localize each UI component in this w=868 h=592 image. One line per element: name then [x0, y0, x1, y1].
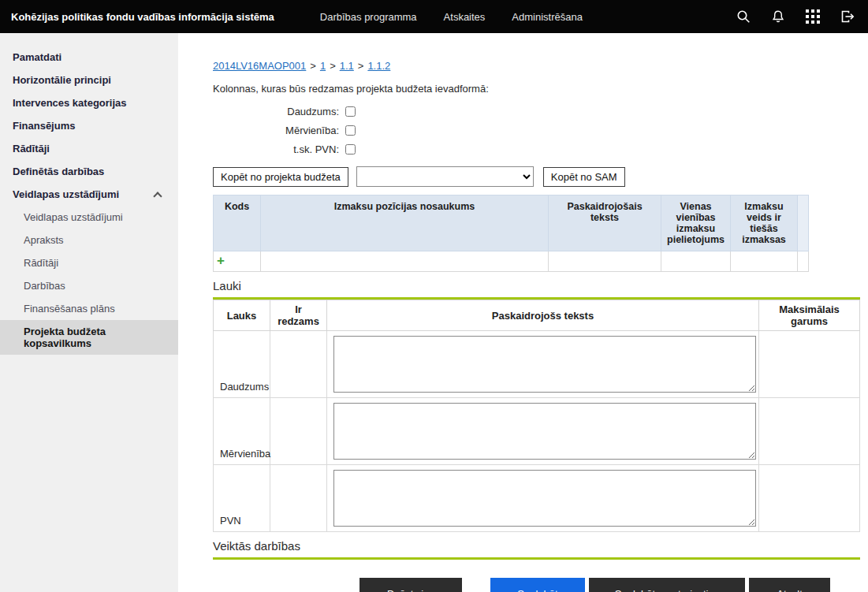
nav-atskaites[interactable]: Atskaites: [444, 11, 486, 23]
sidebar-subitem-finansesanas-plans[interactable]: Finansēšanas plāns: [0, 297, 178, 320]
sidebar-item-intervences-kategorijas[interactable]: Intervences kategorijas: [0, 91, 178, 114]
copy-source-select[interactable]: [356, 166, 534, 187]
breadcrumb-link-1-1[interactable]: 1.1: [340, 60, 354, 72]
field-label: PVN: [214, 465, 270, 532]
sidebar-item-label: Pamatdati: [13, 51, 61, 63]
sidebar-item-label: Finansējums: [13, 120, 75, 132]
budget-positions-table: Kods Izmaksu pozīcijas nosaukums Paskaid…: [213, 195, 809, 272]
budget-add-cell: +: [214, 251, 261, 272]
sidebar-subitem-projekta-budzeta-kopsavilkums[interactable]: Projekta budžeta kopsavilkums: [0, 320, 178, 355]
app-title: Kohēzijas politikas fondu vadības inform…: [0, 11, 285, 23]
fields-col-maksimalais-garums: Maksimālais garums: [759, 300, 860, 331]
budget-col-direct-costs: Izmaksu veids ir tiešās izmaksas: [731, 195, 798, 251]
breadcrumb-separator: >: [310, 60, 316, 72]
sidebar-item-pamatdati[interactable]: Pamatdati: [0, 46, 178, 69]
field-visible-cell: [270, 398, 327, 465]
main-nav: Darbības programma Atskaites Administrēš…: [320, 11, 583, 23]
sidebar-subitem-raditaji[interactable]: Rādītāji: [0, 251, 178, 274]
fields-table: Lauks Ir redzams Paskaidrojošs teksts Ma…: [213, 300, 860, 532]
sidebar-item-label: Veidlapas uzstādījumi: [13, 188, 119, 200]
chevron-up-icon: [153, 192, 162, 200]
breadcrumb-link-program[interactable]: 2014LV16MAOP001: [213, 60, 306, 72]
search-icon[interactable]: [736, 9, 751, 24]
pvn-checkbox[interactable]: [345, 144, 356, 155]
actions-section-title: Veiktās darbības: [213, 539, 860, 553]
field-maxlength-cell: [759, 398, 860, 465]
budget-empty-cell: [798, 251, 809, 272]
field-row-mervieniba: Mērvienība: [214, 398, 860, 465]
sidebar-item-raditaji[interactable]: Rādītāji: [0, 137, 178, 160]
bell-icon[interactable]: [770, 9, 786, 24]
footer-buttons: Dzēst visu Saglabāt Saglabāt un atgriezt…: [213, 578, 860, 592]
copy-controls-row: Kopēt no projekta budžeta Kopēt no SAM: [213, 166, 860, 187]
delete-all-button[interactable]: Dzēst visu: [359, 578, 462, 592]
budget-empty-cell: [731, 251, 798, 272]
sidebar-subitem-darbibas[interactable]: Darbības: [0, 274, 178, 297]
sidebar-item-definetas-darbibas[interactable]: Definētās darbības: [0, 160, 178, 183]
sidebar-item-finansejums[interactable]: Finansējums: [0, 114, 178, 137]
mervieniba-checkbox-label: Mērvienība:: [213, 125, 339, 136]
mervieniba-checkbox[interactable]: [345, 125, 356, 136]
field-visible-cell: [270, 465, 327, 532]
budget-col-position-name: Izmaksu pozīcijas nosaukums: [261, 195, 549, 251]
sidebar: Pamatdati Horizontālie principi Interven…: [0, 33, 178, 592]
sidebar-subitem-apraksts[interactable]: Apraksts: [0, 229, 178, 251]
budget-empty-cell: [661, 251, 731, 272]
sidebar-subitem-label: Rādītāji: [24, 257, 58, 269]
field-text-cell: [327, 398, 759, 465]
sidebar-subitem-label: Projekta budžeta kopsavilkums: [24, 326, 106, 349]
sidebar-item-veidlapas-uzstadijumi[interactable]: Veidlapas uzstādījumi: [0, 183, 178, 206]
pvn-checkbox-label: t.sk. PVN:: [213, 143, 339, 155]
field-row-daudzums: Daudzums: [214, 331, 860, 398]
budget-table-header-row: Kods Izmaksu pozīcijas nosaukums Paskaid…: [214, 195, 809, 251]
budget-col-spacer: [798, 195, 809, 251]
field-visible-cell: [270, 331, 327, 398]
checkbox-row-mervieniba: Mērvienība:: [213, 121, 860, 140]
checkbox-row-pvn: t.sk. PVN:: [213, 140, 860, 158]
nav-darbibas-programma[interactable]: Darbības programma: [320, 11, 417, 23]
add-row-icon[interactable]: +: [217, 255, 225, 266]
budget-col-unit-cost-application: Vienas vienības izmaksu pielietojums: [661, 195, 731, 251]
field-maxlength-cell: [759, 331, 860, 398]
apps-grid-icon[interactable]: [805, 9, 821, 24]
daudzums-checkbox-label: Daudzums:: [213, 106, 339, 117]
budget-empty-cell: [549, 251, 661, 272]
mervieniba-text-input[interactable]: [333, 403, 756, 460]
copy-from-sam-button[interactable]: Kopēt no SAM: [543, 167, 625, 187]
sidebar-item-label: Intervences kategorijas: [13, 97, 127, 109]
checkbox-row-daudzums: Daudzums:: [213, 102, 860, 121]
fields-section-title: Lauki: [213, 279, 860, 292]
field-label: Mērvienība: [214, 398, 270, 465]
pvn-text-input[interactable]: [333, 470, 756, 527]
header-icons: [736, 9, 868, 24]
sidebar-subitem-label: Finansēšanas plāns: [24, 303, 115, 315]
actions-section-divider: [213, 557, 860, 560]
fields-col-paskaidrojoss-teksts: Paskaidrojošs teksts: [327, 300, 759, 331]
fields-col-ir-redzams: Ir redzams: [270, 300, 327, 331]
sidebar-subitem-label: Apraksts: [24, 234, 64, 246]
sidebar-subitem-veidlapas-uzstadijumi[interactable]: Veidlapas uzstādījumi: [0, 206, 178, 229]
breadcrumb-link-1-1-2[interactable]: 1.1.2: [367, 60, 390, 72]
sidebar-item-label: Horizontālie principi: [13, 74, 111, 86]
daudzums-checkbox[interactable]: [345, 106, 356, 117]
sidebar-item-horizontalie-principi[interactable]: Horizontālie principi: [0, 69, 178, 91]
field-text-cell: [327, 465, 759, 532]
daudzums-text-input[interactable]: [333, 336, 756, 393]
field-text-cell: [327, 331, 759, 398]
save-button[interactable]: Saglabāt: [490, 578, 585, 592]
copy-from-project-budget-button[interactable]: Kopēt no projekta budžeta: [213, 167, 348, 187]
breadcrumb-separator: >: [358, 60, 364, 72]
sidebar-item-label: Rādītāji: [13, 143, 50, 155]
main-content: 2014LV16MAOP001>1>1.1>1.1.2 Kolonnas, ku…: [178, 33, 868, 592]
budget-empty-cell: [261, 251, 549, 272]
cancel-button[interactable]: Atcelt: [749, 578, 830, 592]
breadcrumb-link-1[interactable]: 1: [320, 60, 326, 72]
budget-add-row: +: [214, 251, 809, 272]
nav-administresana[interactable]: Administrēšana: [512, 11, 583, 23]
save-and-return-button[interactable]: Saglabāt un atgriezties: [589, 578, 745, 592]
field-row-pvn: PVN: [214, 465, 860, 532]
top-header: Kohēzijas politikas fondu vadības inform…: [0, 0, 868, 33]
logout-icon[interactable]: [840, 9, 855, 24]
field-label: Daudzums: [214, 331, 270, 398]
breadcrumb: 2014LV16MAOP001>1>1.1>1.1.2: [213, 60, 860, 72]
